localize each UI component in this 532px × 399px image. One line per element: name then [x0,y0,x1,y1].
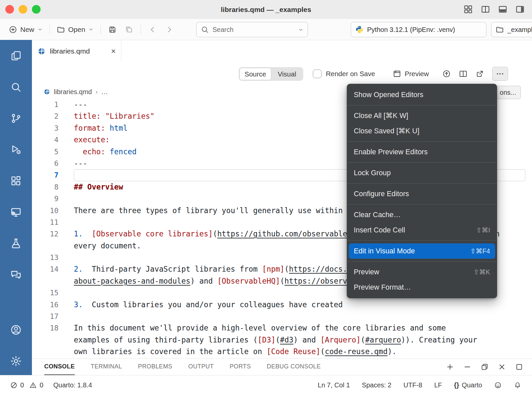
close-panel-icon[interactable] [498,363,506,371]
panel-bottom-icon[interactable] [498,5,507,14]
menu-item-preview-format[interactable]: Preview Format… [347,280,497,295]
menu-separator [347,204,497,204]
interpreter-selector[interactable]: Python 3.12.1 (PipEnv: .venv) [351,22,486,37]
menu-item-preview[interactable]: Preview⇧⌘K [347,264,497,280]
menu-item-close-all-k-w[interactable]: Close All [⌘K W] [347,108,497,123]
code-text [59,169,74,181]
menu-item-edit-in-visual-mode[interactable]: Edit in Visual Mode⇧⌘F4 [349,243,495,259]
menu-separator [347,141,497,142]
activity-explorer[interactable] [8,48,24,64]
code-text: title: "Libraries" [59,110,155,122]
search-combo[interactable]: Search [196,22,308,37]
eol[interactable]: LF [434,381,442,389]
activity-source-control[interactable] [8,110,24,126]
notifications-icon[interactable] [514,381,521,389]
code-text: every document. [59,240,141,252]
code-text: execute: [59,134,110,146]
activity-extensions[interactable] [8,173,24,189]
menu-item-show-opened-editors[interactable]: Show Opened Editors [347,87,497,102]
panel-tab-output[interactable]: OUTPUT [188,359,213,375]
breadcrumb-separator: › [95,88,97,95]
menu-separator [347,183,497,184]
line-number: 6 [32,158,59,169]
warnings-icon [29,381,37,389]
split-editor-icon[interactable] [459,69,467,78]
menu-item-lock-group[interactable]: Lock Group [347,165,497,181]
maximize-panel-icon[interactable] [515,363,523,371]
secondary-sidebar-icon[interactable] [515,5,525,14]
panel-tab-ports[interactable]: PORTS [230,359,251,375]
menu-item-enable-preview-editors[interactable]: Enable Preview Editors [347,144,497,160]
panel-tab-problems[interactable]: PROBLEMS [138,359,172,375]
new-button-label: New [20,26,34,34]
breadcrumb-file[interactable]: libraries.qmd [54,88,92,96]
menu-item-configure-editors[interactable]: Configure Editors [347,186,497,201]
activity-testing[interactable] [8,235,24,251]
open-button[interactable]: Open [53,24,97,35]
close-tab-icon[interactable]: × [111,47,116,56]
menu-item-close-saved-k-u[interactable]: Close Saved [⌘K U] [347,123,497,139]
workspace-button[interactable]: _examples [491,22,532,37]
activity-search[interactable] [8,79,24,95]
source-mode-button[interactable]: Source [239,68,271,80]
error-count: 0 [20,381,24,389]
code-text: ## Overview [59,181,123,193]
quarto-version[interactable]: Quarto: 1.8.4 [53,381,92,389]
code-line[interactable]: 18In this document we'll provide a high-… [32,322,532,334]
save-icon[interactable] [108,25,117,34]
encoding[interactable]: UTF-8 [403,381,422,389]
breadcrumb[interactable]: libraries.qmd › … [44,86,108,98]
visual-mode-button[interactable]: Visual [271,68,303,80]
menu-item-clear-cache[interactable]: Clear Cache… [347,207,497,222]
feedback-icon[interactable] [494,381,502,389]
testing-icon [10,237,22,249]
split-editor-icon[interactable] [481,5,490,14]
add-icon[interactable] [446,363,454,371]
code-line[interactable]: own libraries is covered in the article … [32,346,532,357]
indentation[interactable]: Spaces: 2 [362,381,391,389]
collapse-icon[interactable] [463,363,471,371]
python-icon [355,25,364,34]
problems-indicator[interactable]: 0 0 [10,381,43,389]
breadcrumb-more[interactable]: … [101,88,108,96]
source-visual-toggle: Source Visual [239,67,303,81]
panel-tab-terminal[interactable]: TERMINAL [91,359,122,375]
customize-layout-icon[interactable] [464,5,473,14]
panel-tab-debug-console[interactable]: DEBUG CONSOLE [267,359,321,375]
more-actions-button[interactable] [492,67,508,81]
preview-label: Preview [405,70,429,78]
back-icon[interactable] [148,25,157,34]
code-text: 2. Third-party JavaScript libraries from… [59,263,392,275]
open-button-label: Open [68,26,85,34]
titlebar-layout-controls [464,5,525,14]
code-line[interactable]: 17 [32,311,532,322]
forward-icon[interactable] [165,25,174,34]
tab-libraries-qmd[interactable]: libraries.qmd × [32,40,121,62]
activity-account[interactable] [8,322,24,338]
line-number [32,240,59,252]
panel-tab-console[interactable]: CONSOLE [44,359,75,375]
language-mode[interactable]: {} Quarto [454,381,482,389]
code-line[interactable]: 163. Custom libraries you and/or your co… [32,299,532,311]
open-in-new-window-icon[interactable] [475,69,484,78]
restore-panel-icon[interactable] [480,363,489,371]
chevron-down-icon [298,27,304,33]
activity-sessions[interactable] [8,204,24,220]
activity-settings[interactable] [8,353,24,369]
menu-separator [347,105,497,105]
render-on-save-checkbox[interactable] [313,69,322,78]
activity-chat[interactable] [8,267,24,283]
code-line[interactable]: examples of using third-party libraries … [32,334,532,346]
line-number: 12 [32,228,59,240]
cursor-position[interactable]: Ln 7, Col 1 [318,381,350,389]
preview-button[interactable]: Preview [393,66,429,81]
circle-plus-icon [9,25,17,34]
save-all-icon[interactable] [125,25,133,34]
search-placeholder: Search [212,26,295,34]
activity-run-debug[interactable] [8,142,24,158]
new-button[interactable]: New [5,24,46,35]
activity-bar [0,40,32,375]
publish-icon[interactable] [442,69,451,78]
sessions-icon [10,206,22,218]
menu-item-insert-code-cell[interactable]: Insert Code Cell⇧⌘I [347,222,497,238]
